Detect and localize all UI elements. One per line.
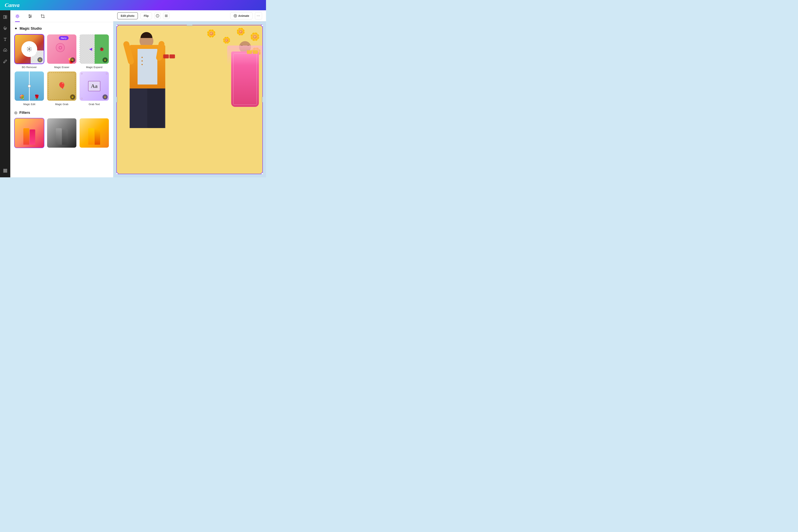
filter-warm[interactable] (79, 118, 109, 148)
magic-grab-label: Magic Grab (55, 103, 68, 106)
premium-badge-bg-remover: ♛ (37, 57, 42, 62)
svg-rect-1 (5, 16, 7, 17)
filters-icon: ◎ (14, 111, 17, 115)
magic-grab-thumb[interactable]: 🎈 🤚 ♛ (47, 71, 77, 101)
flower-top-right-2: 🌼 (236, 27, 245, 36)
svg-point-19 (29, 17, 30, 18)
filters-grid (14, 118, 109, 148)
bg-remover-label: BG Remover (22, 66, 37, 69)
sidebar-icon-draw[interactable] (2, 58, 9, 65)
magic-studio-grid: ♛ BG Remover Harry 🍟 (14, 34, 109, 106)
canvas-wrapper: 🌼 🌼 🌼 🌼 🌼 (116, 24, 263, 174)
more-dots: ··· (257, 14, 260, 18)
toolbar: Edit photo Flip (113, 10, 266, 21)
magic-studio-header: ✦ Magic Studio (14, 26, 109, 31)
grab-text-thumb[interactable]: Aa ♛ (79, 71, 109, 101)
svg-point-20 (28, 48, 30, 50)
tab-effects[interactable] (15, 10, 20, 22)
svg-rect-7 (3, 170, 4, 171)
right-side: Edit photo Flip (113, 10, 266, 177)
tool-magic-eraser[interactable]: Harry 🍟 ♛ Magic Eraser (47, 34, 77, 69)
flip-button[interactable]: Flip (140, 13, 152, 19)
panel-tabs (10, 10, 113, 22)
tool-magic-expand[interactable]: 🐞 ◀ ♛ Magic Expand (79, 34, 109, 69)
premium-badge-grab-text: ♛ (102, 94, 108, 99)
tool-bg-remover[interactable]: ♛ BG Remover (14, 34, 44, 69)
premium-badge-magic-eraser: ♛ (70, 57, 75, 62)
sidebar-icon-elements[interactable] (2, 24, 9, 32)
svg-point-28 (235, 15, 236, 16)
info-button[interactable] (154, 13, 161, 19)
app-header: Canva (0, 0, 266, 10)
sidebar-icon-upload[interactable] (2, 47, 9, 54)
premium-badge-magic-grab: ♛ (70, 94, 75, 99)
svg-point-17 (29, 15, 30, 16)
svg-rect-12 (6, 172, 7, 173)
animate-button[interactable]: Animate (230, 12, 252, 19)
tool-magic-edit[interactable]: 💐 🌹 Magic Ed (14, 71, 44, 106)
sidebar-icon-text[interactable] (2, 36, 9, 43)
person-right-figure (201, 40, 263, 174)
animate-label: Animate (238, 14, 249, 17)
canvas-area: 🌼 🌼 🌼 🌼 🌼 (113, 21, 266, 177)
svg-rect-11 (5, 172, 6, 173)
premium-badge-magic-expand: ♛ (102, 57, 108, 62)
magic-eraser-label: Magic Eraser (54, 66, 70, 69)
tool-grab-text[interactable]: Aa ♛ Grab Text (79, 71, 109, 106)
magic-expand-label: Magic Expand (86, 66, 102, 69)
flower-top-left: 🌼 (207, 29, 216, 38)
canvas-image[interactable]: 🌼 🌼 🌼 🌼 🌼 (116, 24, 263, 174)
filters-header: ◎ Filters (14, 111, 109, 115)
tool-magic-grab[interactable]: 🎈 🤚 ♛ Magic Grab (47, 71, 77, 106)
filter-normal[interactable] (14, 118, 44, 148)
sidebar (0, 10, 10, 177)
panel-content: ✦ Magic Studio (10, 22, 113, 177)
filters-title: Filters (19, 111, 30, 115)
photo-background: 🌼 🌼 🌼 🌼 🌼 (116, 24, 263, 174)
harry-tooltip-card: Harry (59, 36, 69, 40)
edit-panel: ✦ Magic Studio (10, 10, 113, 177)
position-button[interactable] (163, 13, 169, 19)
grab-text-label: Grab Text (89, 103, 100, 106)
svg-rect-3 (4, 28, 6, 30)
main-area: ✦ Magic Studio (0, 10, 266, 177)
magic-studio-title: Magic Studio (20, 26, 42, 31)
svg-rect-8 (5, 170, 6, 171)
more-options-button[interactable]: ··· (255, 12, 262, 19)
svg-rect-5 (5, 169, 6, 170)
svg-rect-2 (5, 17, 7, 19)
magic-expand-thumb[interactable]: 🐞 ◀ ♛ (79, 34, 109, 64)
svg-rect-6 (6, 169, 7, 170)
svg-rect-0 (3, 16, 5, 19)
person-left-figure (124, 32, 200, 174)
svg-rect-9 (6, 170, 7, 171)
sidebar-icon-apps[interactable] (2, 167, 9, 174)
svg-point-27 (234, 14, 237, 17)
magic-eraser-thumb[interactable]: Harry 🍟 ♛ (47, 34, 77, 64)
red-sunglasses (163, 54, 175, 58)
svg-rect-4 (3, 169, 4, 170)
svg-point-13 (17, 16, 18, 17)
filter-bw[interactable] (47, 118, 77, 148)
magic-edit-thumb[interactable]: 💐 🌹 (14, 71, 44, 101)
canva-logo: Canva (5, 2, 20, 8)
tab-adjust[interactable] (28, 10, 33, 22)
bg-remover-thumb[interactable]: ♛ (14, 34, 44, 64)
edit-photo-button[interactable]: Edit photo (117, 12, 138, 19)
magic-star-icon: ✦ (14, 26, 18, 31)
tab-crop[interactable] (40, 10, 45, 22)
svg-rect-10 (3, 172, 4, 173)
svg-point-18 (31, 16, 31, 17)
magic-edit-label: Magic Edit (23, 103, 35, 106)
sidebar-icon-templates[interactable] (2, 14, 9, 21)
